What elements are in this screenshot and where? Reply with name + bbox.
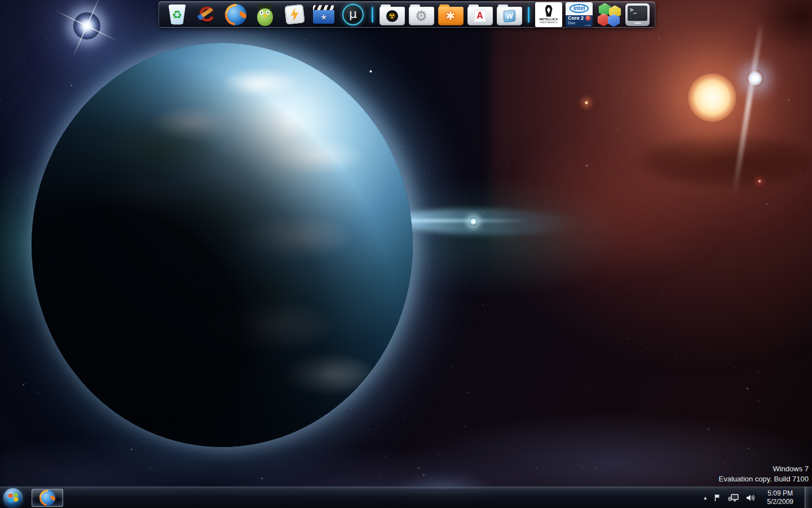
dock-item-video-player[interactable]: ★: [311, 3, 337, 27]
system-tray: ▴ 5:09 P: [704, 487, 812, 508]
action-center-flag-icon[interactable]: [713, 493, 722, 502]
clapper-body: ★: [313, 10, 334, 24]
dock-item-system-folder[interactable]: ⚙: [408, 3, 434, 27]
watermark-line2: Evaluation copy. Build 7100: [719, 474, 809, 484]
firefox-icon: [225, 4, 246, 25]
metallica-subtitle: DEATH MAGNETIC: [540, 21, 558, 23]
intel-logo: intel: [570, 4, 589, 13]
show-hidden-icons-button[interactable]: ▴: [704, 494, 707, 501]
utorrent-icon: μ: [342, 4, 364, 25]
network-icon[interactable]: [728, 493, 739, 502]
taskbar: ▴ 5:09 P: [0, 487, 812, 508]
cyan-light-streak: [394, 207, 580, 237]
pictures-folder-icon: ✱: [438, 4, 464, 25]
red-cube-icon: [598, 14, 610, 27]
watermark-line1: Windows 7: [719, 464, 809, 474]
dock-item-utorrent[interactable]: μ: [340, 3, 366, 27]
desktop: Windows 7 Evaluation copy. Build 7100 ♻ …: [0, 0, 812, 508]
recycle-bin-icon: ♻: [169, 5, 186, 25]
radiation-icon: ☢: [386, 10, 398, 22]
taskbar-firefox-button[interactable]: [32, 489, 63, 507]
flag-pane-blue: [8, 498, 13, 502]
star-light-beam: [732, 21, 764, 195]
gear-icon: ⚙: [415, 8, 427, 24]
starfield: [0, 0, 1, 1]
radiation-glyph: ☢: [389, 12, 395, 20]
streak-star-point: [469, 217, 478, 226]
clock-time: 5:09 PM: [767, 489, 793, 498]
white-star-right: [747, 70, 764, 87]
flower-icon: ✱: [446, 9, 456, 23]
red-dot-icon: [586, 16, 590, 20]
wallpaper-dark-cloud: [637, 134, 812, 189]
folder-front: ☢: [379, 7, 405, 25]
folder-front: W: [497, 7, 522, 25]
system-folder-icon: ⚙: [409, 4, 434, 25]
flag-pane-yellow: [14, 497, 18, 502]
small-red-star: [758, 179, 761, 183]
evaluation-watermark: Windows 7 Evaluation copy. Build 7100: [719, 464, 809, 484]
dock-item-pictures-folder[interactable]: ✱: [438, 3, 464, 27]
green-duck-icon: [255, 3, 275, 26]
coffin-icon: [545, 5, 553, 17]
wallpaper-red-nebula: [491, 0, 812, 378]
recycle-glyph: ♻: [172, 8, 182, 21]
dock-separator: [372, 7, 373, 23]
flag-pane-green: [13, 493, 17, 497]
dock-app-group: ♻ C: [164, 3, 366, 27]
windows-flag-icon: [8, 493, 18, 503]
dock-folder-group: ☢ ⚙ ✱: [379, 3, 522, 27]
adobe-letter: A: [476, 11, 483, 21]
folder-front: ✱: [438, 7, 464, 25]
winamp-icon: [284, 4, 304, 24]
colored-cubes-badge[interactable]: [596, 2, 622, 27]
dock-badge-group: METALLICA DEATH MAGNETIC intel Core 2 Du…: [535, 2, 650, 27]
dock-item-burn-folder[interactable]: ☢: [379, 3, 405, 27]
dock-separator: [528, 7, 529, 23]
intel-label-area: Core 2 Duo inside: [566, 15, 593, 27]
wallpaper-red-nebula-extension: [508, 102, 744, 282]
lightning-bolt-icon: [289, 7, 299, 22]
intel-logo-area: intel: [566, 2, 593, 15]
inside-label: inside: [585, 23, 590, 26]
dock-item-ccleaner[interactable]: C: [193, 3, 219, 27]
dock-item-adobe-folder[interactable]: A: [467, 3, 493, 27]
clapper-stripes: [313, 5, 334, 10]
wallpaper-dark-cloud-corner: [756, 0, 812, 51]
terminal-badge[interactable]: >_: [625, 3, 650, 26]
bright-star-topleft: [73, 12, 100, 40]
cyan-streak-core: [395, 219, 530, 222]
dock-item-word-folder[interactable]: W: [496, 3, 522, 27]
folder-front: ⚙: [409, 7, 434, 25]
duck-eye-left: [260, 11, 263, 15]
dock-item-recycle-bin[interactable]: ♻: [164, 3, 190, 27]
folder-front: A: [467, 7, 493, 25]
adobe-folder-icon: A: [467, 4, 493, 25]
flag-pane-red: [8, 493, 12, 498]
terminal-prompt: >_: [630, 7, 637, 13]
star-glyph: ★: [320, 13, 328, 21]
intel-core2duo-badge[interactable]: intel Core 2 Duo inside: [566, 2, 593, 27]
burn-folder-icon: ☢: [379, 4, 405, 25]
adobe-reader-icon: A: [474, 10, 486, 22]
terminal-screen: >_: [628, 6, 647, 21]
dock-item-firefox[interactable]: [223, 3, 249, 27]
top-dock: ♻ C: [158, 1, 655, 28]
metallica-title: METALLICA: [540, 17, 558, 20]
firefox-icon: [39, 490, 55, 506]
planet-night-side: [32, 43, 413, 447]
terminal-base: [634, 23, 641, 24]
start-button[interactable]: [3, 488, 23, 507]
red-sun-star: [688, 73, 736, 122]
word-letter: W: [506, 11, 513, 20]
clock-date: 5/2/2009: [767, 498, 793, 506]
dock-item-green-duck[interactable]: [252, 3, 278, 27]
mu-glyph: μ: [349, 7, 357, 21]
duck-eye-right: [266, 11, 270, 15]
taskbar-clock[interactable]: 5:09 PM 5/2/2009: [762, 489, 798, 506]
small-orange-star: [584, 100, 589, 105]
metallica-badge[interactable]: METALLICA DEATH MAGNETIC: [535, 2, 562, 27]
volume-icon[interactable]: [745, 493, 756, 502]
dock-item-winamp[interactable]: [281, 3, 307, 27]
show-desktop-button[interactable]: [805, 487, 812, 508]
